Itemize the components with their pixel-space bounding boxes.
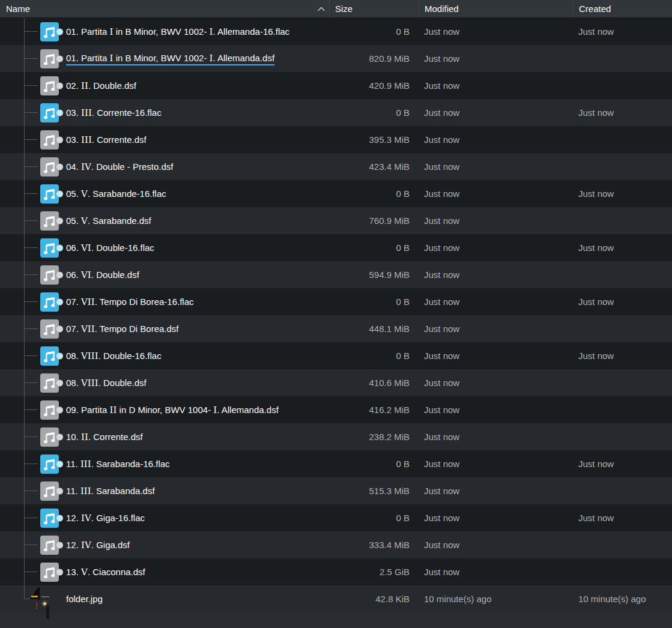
file-name[interactable]: 05. V. Sarabande-16.flac xyxy=(66,180,327,207)
file-name[interactable]: 10. II. Corrente.dsf xyxy=(66,423,327,450)
file-row[interactable]: 05. V. Sarabande.dsf 760.9 MiB Just now xyxy=(0,207,672,234)
file-created xyxy=(578,153,672,180)
tree-branch xyxy=(24,463,38,464)
file-name[interactable]: 08. VIII. Double.dsf xyxy=(66,369,327,396)
file-size: 42.8 KiB xyxy=(329,585,414,612)
file-name[interactable]: 03. III. Corrente-16.flac xyxy=(66,99,327,126)
file-size: 423.4 MiB xyxy=(329,153,414,180)
file-name-label: 01. Partita I in B Minor, BWV 1002- I. A… xyxy=(66,26,289,38)
file-row[interactable]: 07. VII. Tempo Di Borea.dsf 448.1 MiB Ju… xyxy=(0,315,672,342)
file-name[interactable]: 04. IV. Double - Presto.dsf xyxy=(66,153,327,180)
file-name[interactable]: 01. Partita I in B Minor, BWV 1002- I. A… xyxy=(66,45,327,72)
file-name-label: 12. IV. Giga.dsf xyxy=(66,539,130,551)
file-name[interactable]: 11. III. Sarabanda-16.flac xyxy=(66,450,327,477)
file-row[interactable]: 01. Partita I in B Minor, BWV 1002- I. A… xyxy=(0,45,672,72)
file-created xyxy=(578,315,672,342)
file-modified: Just now xyxy=(424,126,568,153)
file-created xyxy=(578,423,672,450)
file-created xyxy=(578,477,672,504)
file-size: 333.4 MiB xyxy=(329,531,414,558)
file-name-label: 05. V. Sarabande-16.flac xyxy=(66,188,166,200)
file-size: 395.3 MiB xyxy=(329,126,414,153)
file-row[interactable]: 04. IV. Double - Presto.dsf 423.4 MiB Ju… xyxy=(0,153,672,180)
audio-file-icon-flac xyxy=(40,454,64,474)
file-row[interactable]: 11. III. Sarabanda.dsf 515.3 MiB Just no… xyxy=(0,477,672,504)
file-row[interactable]: 05. V. Sarabande-16.flac 0 B Just now Ju… xyxy=(0,180,672,207)
tree-branch xyxy=(24,355,38,356)
file-size: 0 B xyxy=(329,450,414,477)
file-row[interactable]: folder.jpg 42.8 KiB 10 minute(s) ago 10 … xyxy=(0,585,672,612)
file-name[interactable]: 11. III. Sarabanda.dsf xyxy=(66,477,327,504)
file-row[interactable]: 09. Partita II in D Minor, BWV 1004- I. … xyxy=(0,396,672,423)
file-row[interactable]: 08. VIII. Double-16.flac 0 B Just now Ju… xyxy=(0,342,672,369)
file-modified: Just now xyxy=(424,369,568,396)
file-name[interactable]: 13. V. Ciaconna.dsf xyxy=(66,558,327,585)
column-header-row: Name Size Modified Created xyxy=(0,0,672,18)
column-header-created[interactable]: Created xyxy=(572,0,672,17)
file-row[interactable]: 03. III. Corrente-16.flac 0 B Just now J… xyxy=(0,99,672,126)
file-name-label: 10. II. Corrente.dsf xyxy=(66,431,143,443)
file-name[interactable]: 08. VIII. Double-16.flac xyxy=(66,342,327,369)
file-name[interactable]: folder.jpg xyxy=(66,585,327,612)
file-created: Just now xyxy=(578,180,672,207)
tree-line xyxy=(24,585,25,599)
file-modified: Just now xyxy=(424,396,568,423)
file-modified: Just now xyxy=(424,207,568,234)
file-row[interactable]: 03. III. Corrente.dsf 395.3 MiB Just now xyxy=(0,126,672,153)
file-name[interactable]: 12. IV. Giga-16.flac xyxy=(66,504,327,531)
file-name[interactable]: 07. VII. Tempo Di Borea.dsf xyxy=(66,315,327,342)
audio-file-icon-dsf xyxy=(40,400,64,420)
column-header-size[interactable]: Size xyxy=(329,0,419,17)
file-name[interactable]: 07. VII. Tempo Di Borea-16.flac xyxy=(66,288,327,315)
audio-file-icon-flac xyxy=(40,103,64,123)
file-size: 0 B xyxy=(329,234,414,261)
tree-branch xyxy=(24,166,38,167)
file-size: 0 B xyxy=(329,180,414,207)
file-modified: Just now xyxy=(424,99,568,126)
file-modified: Just now xyxy=(424,18,568,45)
file-row[interactable]: 08. VIII. Double.dsf 410.6 MiB Just now xyxy=(0,369,672,396)
file-row[interactable]: 06. VI. Double.dsf 594.9 MiB Just now xyxy=(0,261,672,288)
file-name-label: 09. Partita II in D Minor, BWV 1004- I. … xyxy=(66,404,279,416)
file-created: Just now xyxy=(578,99,672,126)
tree-branch xyxy=(24,301,38,302)
audio-file-icon-dsf xyxy=(40,157,64,177)
file-name-label: 05. V. Sarabande.dsf xyxy=(66,215,151,227)
file-modified: Just now xyxy=(424,423,568,450)
file-name-label: 07. VII. Tempo Di Borea-16.flac xyxy=(66,296,194,308)
file-size: 410.6 MiB xyxy=(329,369,414,396)
file-row[interactable]: 02. II. Double.dsf 420.9 MiB Just now xyxy=(0,72,672,99)
audio-file-icon-dsf xyxy=(40,130,64,150)
file-name[interactable]: 05. V. Sarabande.dsf xyxy=(66,207,327,234)
file-name[interactable]: 12. IV. Giga.dsf xyxy=(66,531,327,558)
file-row[interactable]: 12. IV. Giga.dsf 333.4 MiB Just now xyxy=(0,531,672,558)
file-name[interactable]: 06. VI. Double.dsf xyxy=(66,261,327,288)
file-size: 0 B xyxy=(329,342,414,369)
file-name[interactable]: 09. Partita II in D Minor, BWV 1004- I. … xyxy=(66,396,327,423)
file-list: 01. Partita I in B Minor, BWV 1002- I. A… xyxy=(0,18,672,612)
file-row[interactable]: 13. V. Ciaconna.dsf 2.5 GiB Just now xyxy=(0,558,672,585)
tree-branch xyxy=(24,31,38,32)
file-name-label: 11. III. Sarabanda.dsf xyxy=(66,485,155,497)
file-row[interactable]: 10. II. Corrente.dsf 238.2 MiB Just now xyxy=(0,423,672,450)
file-modified: Just now xyxy=(424,45,568,72)
file-size: 0 B xyxy=(329,99,414,126)
file-name[interactable]: 01. Partita I in B Minor, BWV 1002- I. A… xyxy=(66,18,327,45)
column-header-modified[interactable]: Modified xyxy=(419,0,572,17)
file-row[interactable]: 12. IV. Giga-16.flac 0 B Just now Just n… xyxy=(0,504,672,531)
file-name[interactable]: 06. VI. Double-16.flac xyxy=(66,234,327,261)
tree-branch xyxy=(24,58,38,59)
column-header-name[interactable]: Name xyxy=(0,0,329,17)
file-row[interactable]: 06. VI. Double-16.flac 0 B Just now Just… xyxy=(0,234,672,261)
file-modified: Just now xyxy=(424,531,568,558)
file-row[interactable]: 01. Partita I in B Minor, BWV 1002- I. A… xyxy=(0,18,672,45)
file-name-label: 03. III. Corrente.dsf xyxy=(66,134,147,146)
file-name[interactable]: 02. II. Double.dsf xyxy=(66,72,327,99)
file-row[interactable]: 11. III. Sarabanda-16.flac 0 B Just now … xyxy=(0,450,672,477)
file-row[interactable]: 07. VII. Tempo Di Borea-16.flac 0 B Just… xyxy=(0,288,672,315)
file-manager-details-view: Name Size Modified Created 01. Partita I… xyxy=(0,0,672,628)
file-name-label: 08. VIII. Double.dsf xyxy=(66,377,147,389)
file-name[interactable]: 03. III. Corrente.dsf xyxy=(66,126,327,153)
file-name-label: 02. II. Double.dsf xyxy=(66,80,136,92)
sort-ascending-chevron-up-icon xyxy=(317,6,325,11)
